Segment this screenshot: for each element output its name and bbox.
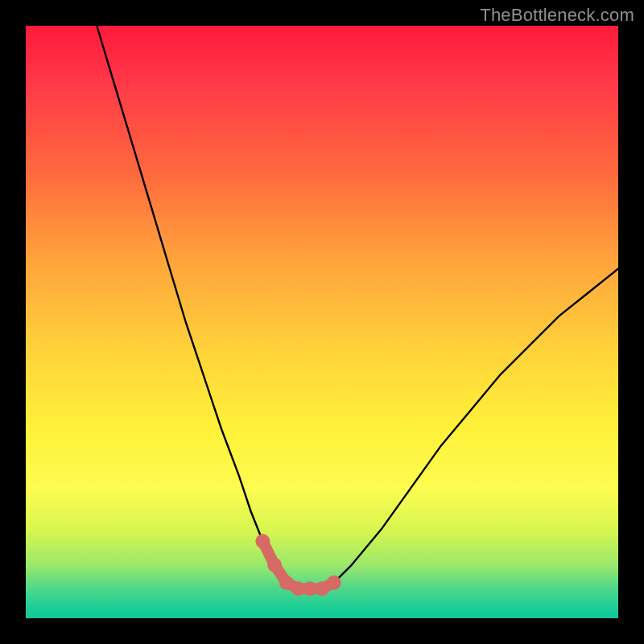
chart-svg (26, 26, 618, 618)
plot-area (26, 26, 618, 618)
bottleneck-floor-dots (255, 534, 341, 596)
floor-dot (267, 558, 282, 572)
chart-frame: TheBottleneck.com (0, 0, 644, 644)
watermark-text: TheBottleneck.com (480, 5, 634, 26)
floor-dot (327, 576, 341, 590)
bottleneck-curve (97, 26, 618, 588)
floor-dot (255, 534, 270, 548)
